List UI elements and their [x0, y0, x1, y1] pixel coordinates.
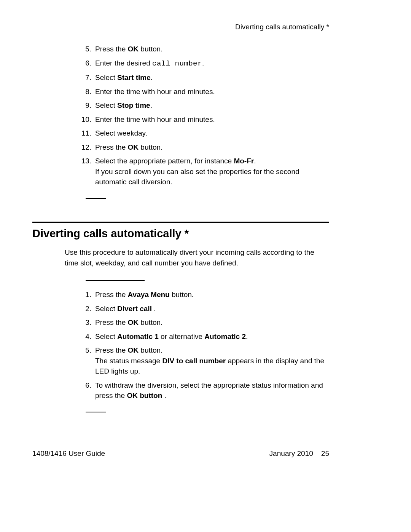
procedure-list-1: 5.Press the OK button.6.Enter the desire…	[32, 44, 329, 187]
list-text: Press the OK button.	[95, 45, 162, 53]
page: Diverting calls automatically * 5.Press …	[0, 0, 411, 532]
divider-medium	[86, 280, 145, 281]
list-item: 11.Select weekday.	[32, 128, 329, 139]
footer: 1408/1416 User Guide January 2010 25	[32, 449, 329, 458]
list-item: 5.Press the OK button.The status message…	[32, 345, 329, 377]
list-text: To withdraw the diversion, select the ap…	[95, 381, 323, 400]
list-number: 6.	[76, 58, 91, 69]
list-number: 11.	[76, 128, 91, 139]
list-item: 12.Press the OK button.	[32, 142, 329, 153]
list-item: 3.Press the OK button.	[32, 317, 329, 328]
list-number: 5.	[76, 44, 91, 54]
list-item: 10.Enter the time with hour and minutes.	[32, 114, 329, 125]
footer-date: January 2010	[269, 449, 313, 457]
list-text: Press the OK button.	[95, 318, 162, 326]
list-item: 5.Press the OK button.	[32, 44, 329, 54]
list-text: Select the appropriate pattern, for inst…	[95, 157, 299, 186]
list-number: 2.	[76, 304, 91, 314]
list-text: Press the OK button.The status message D…	[95, 346, 324, 375]
list-number: 4.	[76, 331, 91, 342]
list-item: 8.Enter the time with hour and minutes.	[32, 86, 329, 97]
section-intro: Use this procedure to automatically dive…	[65, 247, 329, 268]
list-text: Select weekday.	[95, 129, 147, 137]
list-number: 10.	[76, 114, 91, 125]
list-number: 8.	[76, 86, 91, 97]
list-number: 3.	[76, 317, 91, 328]
list-text: Select Start time.	[95, 73, 153, 81]
list-text: Enter the time with hour and minutes.	[95, 88, 215, 96]
list-number: 5.	[76, 345, 91, 356]
footer-left: 1408/1416 User Guide	[32, 449, 105, 458]
page-number: 25	[321, 449, 329, 457]
running-header: Diverting calls automatically *	[235, 23, 329, 31]
list-item: 7.Select Start time.	[32, 72, 329, 83]
section-title: Diverting calls automatically *	[32, 227, 329, 240]
list-number: 13.	[76, 156, 91, 166]
content-area: 5.Press the OK button.6.Enter the desire…	[32, 44, 329, 412]
list-text: Enter the desired call number.	[95, 59, 204, 67]
list-number: 12.	[76, 142, 91, 153]
divider-short-1	[86, 198, 106, 199]
procedure-list-2: 1.Press the Avaya Menu button.2.Select D…	[32, 289, 329, 401]
list-text: Select Divert call .	[95, 305, 156, 313]
list-text: Select Automatic 1 or alternative Automa…	[95, 332, 248, 340]
list-number: 6.	[76, 380, 91, 391]
list-text: Select Stop time.	[95, 101, 152, 109]
divider-short-2	[86, 412, 106, 412]
list-item: 6.Enter the desired call number.	[32, 58, 329, 69]
list-item: 6.To withdraw the diversion, select the …	[32, 380, 329, 401]
list-text: Press the Avaya Menu button.	[95, 291, 194, 299]
list-item: 13.Select the appropriate pattern, for i…	[32, 156, 329, 187]
footer-right: January 2010 25	[269, 449, 329, 458]
list-item: 2.Select Divert call .	[32, 304, 329, 314]
list-item: 9.Select Stop time.	[32, 100, 329, 111]
divider-full	[32, 222, 329, 223]
list-item: 4.Select Automatic 1 or alternative Auto…	[32, 331, 329, 342]
list-number: 7.	[76, 72, 91, 83]
list-text: Enter the time with hour and minutes.	[95, 115, 215, 123]
list-number: 1.	[76, 289, 91, 300]
list-text: Press the OK button.	[95, 143, 162, 151]
list-number: 9.	[76, 100, 91, 111]
list-item: 1.Press the Avaya Menu button.	[32, 289, 329, 300]
